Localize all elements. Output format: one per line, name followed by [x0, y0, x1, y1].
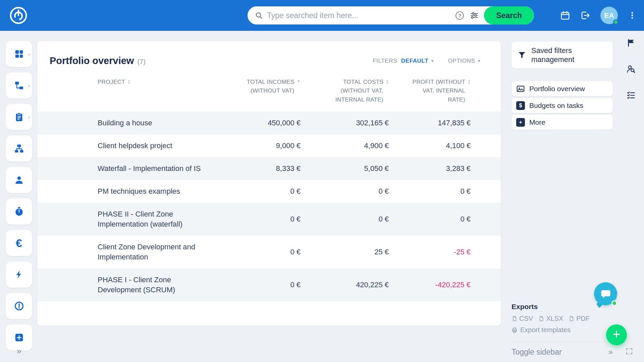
exports-title: Exports: [512, 303, 613, 311]
saved-filter-label: Budgets on tasks: [529, 102, 583, 110]
project-name[interactable]: Building a house: [37, 112, 223, 134]
global-search-bar: ? Search: [248, 6, 534, 24]
kebab-menu-icon[interactable]: [628, 11, 637, 20]
total-incomes-value: 450,000 €: [223, 112, 301, 134]
project-name[interactable]: Client helpdesk project: [37, 134, 223, 157]
online-status-dot: [611, 300, 617, 306]
sidebar-item-agile[interactable]: [6, 261, 32, 288]
saved-filter-label: More: [529, 118, 545, 126]
file-icon: [569, 316, 574, 321]
person-icon: [14, 175, 24, 185]
column-label: PROFIT (WITHOUT VAT, INTERNAL RATE): [408, 78, 465, 104]
saved-filters-label: Saved filters management: [531, 46, 607, 64]
sidebar-item-projects[interactable]: ›: [6, 72, 32, 99]
options-label: OPTIONS: [448, 58, 475, 64]
avatar-initials: EA: [604, 11, 614, 19]
sort-icon[interactable]: ▲▼: [386, 79, 389, 84]
total-costs-value: 0 €: [301, 208, 389, 231]
column-header-total-incomes[interactable]: TOTAL INCOMES (WITHOUT VAT) ▼: [223, 78, 301, 104]
total-costs-value: 302,165 €: [301, 112, 389, 134]
total-costs-value: 5,050 €: [301, 157, 389, 180]
total-costs-value: 0 €: [301, 180, 389, 203]
chat-support-button[interactable]: [594, 282, 617, 305]
result-count: (7): [137, 58, 145, 66]
column-header-project[interactable]: PROJECT ▲▼: [37, 78, 223, 104]
sort-icon[interactable]: ▼: [297, 79, 301, 83]
online-status-dot: [613, 19, 619, 25]
total-incomes-value: 0 €: [223, 241, 301, 263]
chevron-down-icon: ▼: [477, 59, 481, 63]
printer-icon: [512, 327, 518, 333]
calendar-icon[interactable]: [560, 10, 570, 20]
options-dropdown[interactable]: OPTIONS ▼: [448, 58, 481, 64]
filters-default-dropdown[interactable]: DEFAULT ▼: [401, 58, 435, 64]
project-name[interactable]: PHASE II - Client Zone Implementation (w…: [37, 203, 223, 236]
euro-icon: €: [16, 237, 22, 250]
total-costs-value: 4,900 €: [301, 134, 389, 157]
add-new-fab[interactable]: +: [606, 324, 627, 345]
export-xlsx-link[interactable]: XLSX: [538, 315, 563, 322]
profit-value: -420,225 €: [389, 274, 471, 296]
user-avatar[interactable]: EA: [600, 7, 618, 24]
top-bar: ? Search EA: [0, 0, 644, 31]
export-logout-icon[interactable]: [580, 10, 590, 20]
table-row[interactable]: PM techniques examples0 €0 €0 €: [37, 180, 501, 203]
project-name[interactable]: PM techniques examples: [37, 180, 223, 203]
sidebar-item-time-tracking[interactable]: [6, 198, 32, 225]
user-search-icon[interactable]: [626, 64, 636, 74]
sort-icon[interactable]: ▲▼: [127, 79, 130, 84]
checklist-icon[interactable]: [626, 90, 636, 100]
table-row[interactable]: Client helpdesk project9,000 €4,900 €4,1…: [37, 134, 501, 157]
column-header-total-costs[interactable]: TOTAL COSTS (WITHOUT VAT, INTERNAL RATE)…: [301, 78, 389, 104]
search-input[interactable]: [267, 11, 455, 20]
app-logo-icon[interactable]: [9, 6, 28, 25]
sidebar-item-wbs[interactable]: [6, 135, 32, 162]
flag-icon[interactable]: [626, 38, 636, 48]
saved-filter-portfolio-overview[interactable]: Portfolio overview: [512, 81, 613, 96]
search-filter-tune-icon[interactable]: [470, 11, 479, 20]
top-bar-actions: EA: [560, 0, 637, 31]
column-label: TOTAL COSTS (WITHOUT VAT, INTERNAL RATE): [332, 78, 383, 104]
project-name[interactable]: PHASE I - Client Zone Development (SCRUM…: [37, 268, 223, 301]
table-row[interactable]: Client Zone Development and Implementati…: [37, 236, 501, 268]
saved-filters-management-button[interactable]: Saved filters management: [512, 42, 613, 68]
table-row[interactable]: Waterfall - Implementation of IS8,333 €5…: [37, 157, 501, 180]
plus-square-icon: +: [516, 118, 525, 127]
total-incomes-value: 0 €: [223, 208, 301, 231]
search-help-icon[interactable]: ?: [455, 11, 464, 20]
total-incomes-value: 0 €: [223, 180, 301, 203]
export-templates-link[interactable]: Export templates: [512, 326, 613, 334]
export-csv-link[interactable]: CSV: [512, 315, 533, 322]
profit-value: 147,835 €: [389, 112, 471, 134]
saved-filter-more[interactable]: + More: [512, 115, 613, 130]
double-chevron-icon: »: [608, 347, 613, 357]
fullscreen-icon[interactable]: [625, 347, 633, 355]
hierarchy-icon: [14, 143, 24, 154]
sidebar-item-finance[interactable]: €: [6, 230, 32, 256]
file-icon: [512, 316, 517, 321]
toggle-sidebar-label: Toggle sidebar: [512, 348, 562, 357]
sidebar-item-tasks[interactable]: ›: [6, 104, 32, 130]
expand-sidebar-button[interactable]: »: [6, 347, 32, 355]
profit-value: 0 €: [389, 208, 471, 231]
project-name[interactable]: Waterfall - Implementation of IS: [37, 157, 223, 180]
sidebar-item-alerts[interactable]: [6, 293, 32, 319]
right-sidebar: Saved filters management Portfolio overv…: [512, 42, 613, 130]
total-incomes-value: 9,000 €: [223, 134, 301, 157]
right-edge-toolbar: [624, 38, 638, 100]
table-row[interactable]: PHASE I - Client Zone Development (SCRUM…: [37, 268, 501, 301]
sidebar-item-users[interactable]: [6, 167, 32, 193]
toggle-sidebar-button[interactable]: Toggle sidebar »: [512, 342, 613, 357]
portfolio-overview-card: Portfolio overview (7) FILTERS DEFAULT ▼…: [37, 41, 501, 326]
table-row[interactable]: PHASE II - Client Zone Implementation (w…: [37, 203, 501, 236]
sort-icon[interactable]: ▲▼: [468, 79, 471, 84]
saved-filter-budgets-on-tasks[interactable]: $ Budgets on tasks: [512, 98, 613, 113]
export-pdf-link[interactable]: PDF: [569, 315, 590, 322]
column-header-profit[interactable]: PROFIT (WITHOUT VAT, INTERNAL RATE) ▲▼: [389, 78, 471, 104]
project-name[interactable]: Client Zone Development and Implementati…: [37, 236, 223, 268]
search-button[interactable]: Search: [484, 6, 534, 24]
table-row[interactable]: Building a house450,000 €302,165 €147,83…: [37, 112, 501, 134]
column-label: PROJECT: [98, 78, 125, 86]
dashboard-icon: [14, 49, 24, 59]
sidebar-item-dashboard[interactable]: ›: [6, 41, 32, 67]
